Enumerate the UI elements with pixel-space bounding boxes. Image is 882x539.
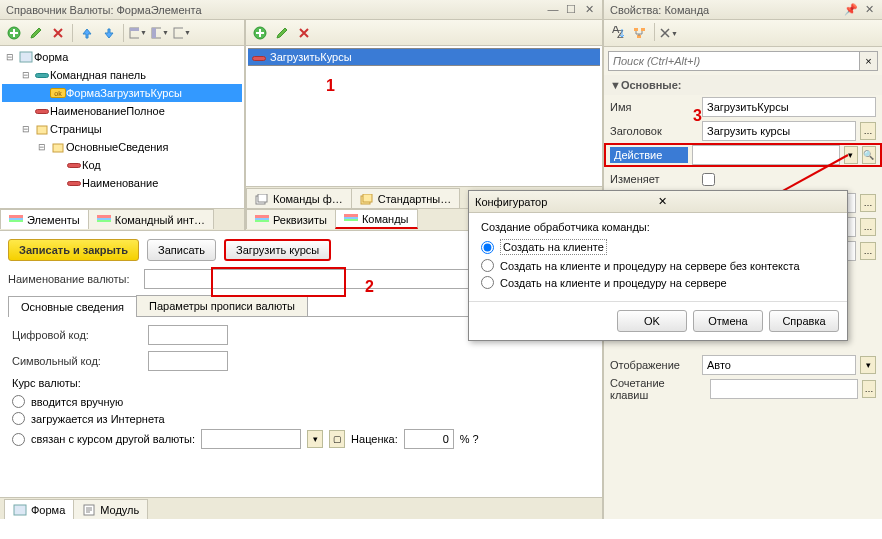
maximize-icon[interactable]: ☐ bbox=[564, 3, 578, 16]
edit-icon[interactable] bbox=[26, 23, 46, 43]
radio-manual[interactable] bbox=[12, 395, 25, 408]
lookup-icon[interactable]: … bbox=[862, 380, 876, 398]
dialog-heading: Создание обработчика команды: bbox=[481, 221, 835, 233]
radio-linked[interactable] bbox=[12, 433, 25, 446]
close-x-icon[interactable]: ▼ bbox=[659, 23, 679, 43]
radio-internet[interactable] bbox=[12, 412, 25, 425]
delete-icon[interactable] bbox=[48, 23, 68, 43]
tab-footer-form[interactable]: Форма bbox=[4, 499, 74, 519]
svg-rect-8 bbox=[53, 144, 63, 152]
sym-code-input[interactable] bbox=[148, 351, 228, 371]
right-title: Свойства: Команда bbox=[610, 4, 844, 16]
linked-currency-input[interactable] bbox=[201, 429, 301, 449]
currency-name-input[interactable] bbox=[144, 269, 524, 289]
tree-icon[interactable] bbox=[630, 23, 650, 43]
tree-bottom-tabs: Элементы Командный инт… bbox=[0, 208, 244, 230]
dialog-title: Конфигуратор bbox=[475, 196, 658, 208]
minimize-icon[interactable]: — bbox=[546, 3, 560, 16]
tab-params[interactable]: Параметры прописи валюты bbox=[136, 295, 308, 316]
close-icon[interactable]: ✕ bbox=[862, 3, 876, 16]
radio-client[interactable] bbox=[481, 241, 494, 254]
up-icon[interactable] bbox=[77, 23, 97, 43]
tab-main-info[interactable]: Основные сведения bbox=[8, 296, 137, 317]
tree-node-pages: ⊟Страницы bbox=[2, 120, 242, 138]
layout1-icon[interactable]: ▼ bbox=[128, 23, 148, 43]
down-icon[interactable] bbox=[99, 23, 119, 43]
prop-row-title: Заголовок … bbox=[604, 119, 882, 143]
delete-icon[interactable] bbox=[294, 23, 314, 43]
stack-icon bbox=[97, 215, 111, 225]
form-tree[interactable]: ⊟Форма ⊟Командная панель okФормаЗагрузит… bbox=[0, 46, 244, 208]
close-icon[interactable]: ✕ bbox=[582, 3, 596, 16]
svg-rect-4 bbox=[152, 28, 156, 38]
edit-icon[interactable] bbox=[272, 23, 292, 43]
prop-changes-checkbox[interactable] bbox=[702, 173, 715, 186]
prop-row-display: Отображение ▾ bbox=[604, 353, 882, 377]
svg-rect-6 bbox=[20, 52, 32, 62]
svg-text:Z: Z bbox=[617, 28, 624, 40]
pin-icon[interactable]: 📌 bbox=[844, 3, 858, 16]
tree-node-naim: Наименование bbox=[2, 174, 242, 192]
markup-input[interactable] bbox=[404, 429, 454, 449]
label-rate: Курс валюты: bbox=[12, 377, 81, 389]
stack-icon bbox=[255, 194, 269, 204]
commands-toolbar bbox=[246, 20, 602, 46]
tree-toolbar: ▼ ▼ ▼ bbox=[0, 20, 244, 46]
label-sym-code: Символьный код: bbox=[12, 355, 142, 367]
dropdown-icon[interactable]: ▾ bbox=[307, 430, 323, 448]
tree-node-cmdpanel: ⊟Командная панель bbox=[2, 66, 242, 84]
label-markup: Наценка: bbox=[351, 433, 398, 445]
open-icon[interactable]: ▢ bbox=[329, 430, 345, 448]
category-main[interactable]: ▼Основные: bbox=[604, 75, 882, 95]
label-pct: % ? bbox=[460, 433, 479, 445]
prop-name-input[interactable] bbox=[702, 97, 876, 117]
load-courses-button[interactable]: Загрузить курсы bbox=[224, 239, 331, 261]
annotation-1: 1 bbox=[326, 77, 335, 95]
tab-commands-form[interactable]: Команды ф… bbox=[246, 188, 352, 208]
write-button[interactable]: Записать bbox=[147, 239, 216, 261]
sort-alpha-icon[interactable]: AZ bbox=[608, 23, 628, 43]
commands-list[interactable]: ЗагрузитьКурсы bbox=[246, 46, 602, 186]
add-icon[interactable] bbox=[4, 23, 24, 43]
svg-rect-14 bbox=[14, 505, 26, 515]
prop-shortcut-input[interactable] bbox=[710, 379, 858, 399]
configurator-dialog: Конфигуратор ✕ Создание обработчика кома… bbox=[468, 190, 848, 341]
tab-elements[interactable]: Элементы bbox=[0, 209, 89, 229]
prop-display-input[interactable] bbox=[702, 355, 856, 375]
tab-cmd-interface[interactable]: Командный инт… bbox=[88, 209, 214, 229]
tree-node-form-load: okФормаЗагрузитьКурсы bbox=[2, 84, 242, 102]
cancel-button[interactable]: Отмена bbox=[693, 310, 763, 332]
radio-client-server[interactable] bbox=[481, 276, 494, 289]
lookup-icon[interactable]: … bbox=[860, 122, 876, 140]
num-code-input[interactable] bbox=[148, 325, 228, 345]
help-button[interactable]: Справка bbox=[769, 310, 839, 332]
layout2-icon[interactable]: ▼ bbox=[150, 23, 170, 43]
tab-standard[interactable]: Стандартны… bbox=[351, 188, 460, 208]
right-titlebar: Свойства: Команда 📌 ✕ bbox=[604, 0, 882, 20]
clear-search-icon[interactable]: × bbox=[860, 51, 878, 71]
stack-icon bbox=[9, 215, 23, 225]
layout3-icon[interactable]: ▼ bbox=[172, 23, 192, 43]
write-close-button[interactable]: Записать и закрыть bbox=[8, 239, 139, 261]
close-icon[interactable]: ✕ bbox=[658, 195, 841, 208]
stack-icon bbox=[360, 194, 374, 204]
prop-title-input[interactable] bbox=[702, 121, 856, 141]
svg-rect-18 bbox=[634, 28, 638, 31]
lookup-icon[interactable]: … bbox=[860, 242, 876, 260]
radio-client-server-noctx[interactable] bbox=[481, 259, 494, 272]
props-search-input[interactable] bbox=[608, 51, 860, 71]
add-icon[interactable] bbox=[250, 23, 270, 43]
tab-footer-module[interactable]: Модуль bbox=[73, 499, 148, 519]
lookup-icon[interactable]: … bbox=[860, 194, 876, 212]
prop-row-shortcut: Сочетание клавиш … bbox=[604, 377, 882, 401]
magnify-icon[interactable]: 🔍 bbox=[862, 146, 876, 164]
list-item-load-courses[interactable]: ЗагрузитьКурсы bbox=[248, 48, 600, 66]
tab-requisites[interactable]: Реквизиты bbox=[246, 209, 336, 229]
annotation-2: 2 bbox=[365, 278, 374, 296]
tree-area: ▼ ▼ ▼ ⊟Форма ⊟Командная панель okФормаЗа… bbox=[0, 20, 246, 230]
annotation-3: 3 bbox=[693, 107, 702, 125]
lookup-icon[interactable]: … bbox=[860, 218, 876, 236]
tab-commands[interactable]: Команды bbox=[335, 209, 418, 229]
ok-button[interactable]: OK bbox=[617, 310, 687, 332]
dropdown-icon[interactable]: ▾ bbox=[860, 356, 876, 374]
